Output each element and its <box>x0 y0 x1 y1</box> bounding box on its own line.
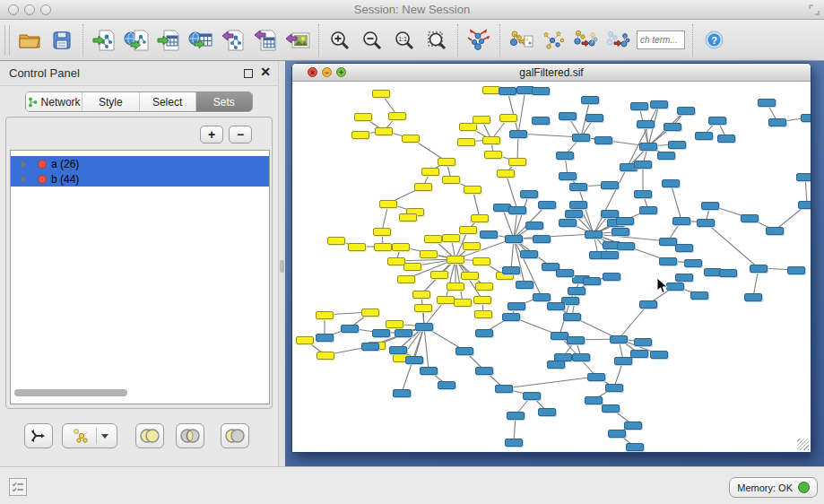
graph-node[interactable] <box>602 404 620 413</box>
import-network-file-button[interactable] <box>88 23 120 57</box>
graph-node[interactable] <box>414 304 432 312</box>
zoom-fit-button[interactable] <box>421 23 453 57</box>
graph-node[interactable] <box>675 274 693 282</box>
graph-node[interactable] <box>442 234 460 242</box>
graph-node[interactable] <box>634 190 652 198</box>
union-sets-button[interactable] <box>135 423 164 448</box>
graph-node[interactable] <box>547 361 565 369</box>
graph-node[interactable] <box>442 176 460 184</box>
graph-node[interactable] <box>572 134 590 142</box>
graph-node[interactable] <box>594 136 612 144</box>
graph-node[interactable] <box>502 313 520 321</box>
graph-node[interactable] <box>608 430 626 438</box>
splitter-handle[interactable] <box>280 260 284 273</box>
graph-node[interactable] <box>701 202 719 210</box>
graph-node[interactable] <box>601 210 619 218</box>
graph-node[interactable] <box>507 412 525 420</box>
graph-node[interactable] <box>361 343 379 351</box>
graph-node[interactable] <box>556 152 574 160</box>
graph-node[interactable] <box>399 213 417 222</box>
graph-node[interactable] <box>717 135 735 143</box>
expand-triangle-icon[interactable] <box>22 176 27 183</box>
graph-node[interactable] <box>547 302 565 310</box>
graph-node[interactable] <box>741 214 759 222</box>
difference-sets-button[interactable] <box>221 423 249 448</box>
set-row-b[interactable]: b (44) <box>11 171 269 187</box>
graph-node[interactable] <box>505 439 523 447</box>
graph-node[interactable] <box>415 323 433 331</box>
graph-node[interactable] <box>502 266 520 274</box>
graph-node[interactable] <box>482 86 500 94</box>
graph-node[interactable] <box>572 353 590 361</box>
graph-node[interactable] <box>499 87 516 95</box>
graph-node[interactable] <box>438 158 455 166</box>
graph-node[interactable] <box>509 130 527 138</box>
graph-node[interactable] <box>617 242 635 250</box>
graph-node[interactable] <box>675 244 693 252</box>
graph-node[interactable] <box>412 291 430 299</box>
graph-node[interactable] <box>568 287 585 295</box>
graph-node[interactable] <box>464 186 481 194</box>
graph-node[interactable] <box>484 151 502 159</box>
graph-node[interactable] <box>508 206 526 214</box>
graph-node[interactable] <box>659 257 677 265</box>
graph-node[interactable] <box>327 237 345 245</box>
network-canvas[interactable] <box>292 82 811 452</box>
graph-node[interactable] <box>614 357 632 365</box>
tab-select[interactable]: Select <box>140 92 196 111</box>
graph-node[interactable] <box>659 238 677 246</box>
graph-node[interactable] <box>538 201 556 209</box>
graph-node[interactable] <box>697 219 715 227</box>
graph-node[interactable] <box>538 408 556 416</box>
graph-node[interactable] <box>601 181 619 189</box>
export-table-button[interactable] <box>249 23 282 57</box>
graph-node[interactable] <box>719 269 737 277</box>
graph-node[interactable] <box>497 169 515 178</box>
export-image-button[interactable] <box>282 23 314 57</box>
graph-node[interactable] <box>392 243 410 251</box>
task-history-button[interactable] <box>9 478 27 496</box>
graph-node[interactable] <box>447 256 464 264</box>
save-session-button[interactable] <box>46 23 78 57</box>
graph-node[interactable] <box>473 296 491 304</box>
window-resize-grip[interactable] <box>797 439 809 450</box>
import-network-web-button[interactable] <box>120 23 152 57</box>
graph-node[interactable] <box>475 329 493 337</box>
graph-node[interactable] <box>708 117 726 125</box>
graph-node[interactable] <box>420 250 438 258</box>
graph-node[interactable] <box>459 123 477 131</box>
graph-node[interactable] <box>316 311 334 319</box>
graph-node[interactable] <box>393 389 411 397</box>
graph-node[interactable] <box>372 90 390 98</box>
graph-node[interactable] <box>650 351 668 359</box>
export-network-button[interactable] <box>217 23 249 57</box>
graph-node[interactable] <box>639 206 657 214</box>
graph-node[interactable] <box>372 329 390 337</box>
graph-node[interactable] <box>766 227 784 235</box>
graph-node[interactable] <box>690 291 708 300</box>
graph-node[interactable] <box>473 257 490 265</box>
graph-node[interactable] <box>520 190 538 198</box>
graph-node[interactable] <box>684 259 702 267</box>
horizontal-scrollbar-thumb[interactable] <box>14 389 127 396</box>
graph-node[interactable] <box>316 334 334 342</box>
graph-node[interactable] <box>657 152 675 160</box>
apply-layout-button[interactable] <box>463 23 495 57</box>
graph-node[interactable] <box>758 99 776 107</box>
select-first-neighbors-button[interactable] <box>537 23 569 57</box>
graph-node[interactable] <box>397 275 415 283</box>
graph-node[interactable] <box>379 200 397 208</box>
graph-node[interactable] <box>639 300 657 308</box>
tab-style[interactable]: Style <box>82 92 139 111</box>
graph-node[interactable] <box>430 271 448 279</box>
graph-node[interactable] <box>585 114 603 122</box>
graph-node[interactable] <box>601 251 619 259</box>
graph-node[interactable] <box>664 123 681 131</box>
graph-node[interactable] <box>532 117 550 125</box>
graph-node[interactable] <box>421 168 439 176</box>
graph-node[interactable] <box>461 272 479 280</box>
graph-node[interactable] <box>563 313 581 321</box>
graph-node[interactable] <box>395 329 412 337</box>
graph-node[interactable] <box>616 217 634 225</box>
graph-node[interactable] <box>768 118 786 126</box>
